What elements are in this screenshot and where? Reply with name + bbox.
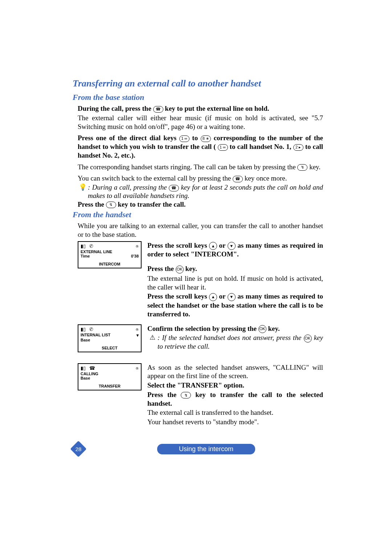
tip-row: 💡 : During a call, pressing the ☎ key fo… <box>78 183 323 200</box>
s1-p2: The external caller will either hear mus… <box>78 114 323 131</box>
two-key-icon: 2 ▸ <box>293 144 303 151</box>
up-key-icon: ▲ <box>209 242 217 250</box>
tip-text: : During a call, pressing the ☎ key for … <box>88 183 323 200</box>
lcd2-softkey: SELECT <box>78 345 141 352</box>
battery-icon: ▮▯ <box>81 327 86 332</box>
page-title: Transferring an external call to another… <box>73 78 323 89</box>
eight-key-icon: 8 ∗ <box>201 135 211 142</box>
handset-icon: ✆ <box>89 327 93 332</box>
footer-chapter-label: Using the intercom <box>157 444 255 454</box>
intercom-key-icon: ☎ <box>233 176 243 182</box>
lcd3-line1: CALLING <box>81 372 98 376</box>
page-number-badge: 28 <box>73 443 84 455</box>
ok-key-icon: OK <box>258 325 266 333</box>
intercom-handset-icon: ☎ <box>89 365 95 371</box>
step3-row: ▮▯ ☎ ⍟ CALLING Base TRANSFER As soon as … <box>78 363 323 427</box>
section-handset-heading: From the handset <box>73 210 323 219</box>
down-key-icon: ▼ <box>228 293 236 301</box>
lcd3-line2: Base <box>78 376 141 383</box>
step2-text: Confirm the selection by pressing the OK… <box>147 324 323 351</box>
hook-key-icon: ↯ <box>181 392 191 398</box>
lcd2-line1: INTERNAL LIST <box>81 333 110 338</box>
section-handset-body: While you are talking to an external cal… <box>73 222 323 427</box>
lcd-screen-3: ▮▯ ☎ ⍟ CALLING Base TRANSFER <box>78 363 142 390</box>
bulb-icon: 💡 <box>78 183 88 191</box>
s1-p4: The corresponding handset starts ringing… <box>78 163 323 171</box>
section-base-heading: From the base station <box>73 93 323 102</box>
lcd1-line1: EXTERNAL LINE <box>81 250 112 254</box>
lcd1-line2-left: Time <box>81 254 90 258</box>
ok-key-icon: OK <box>304 335 312 343</box>
lcd-screen-1: ▮▯ ✆ ⍟ EXTERNAL LINE Time 0'38 INTERCOM <box>78 241 142 268</box>
warning-icon: ⚠ <box>147 334 158 342</box>
lcd1-softkey: INTERCOM <box>78 261 141 268</box>
s1-p1: During the call, press the ☎ key to put … <box>78 104 323 113</box>
s2-intro: While you are talking to an external cal… <box>78 222 323 239</box>
lcd3-softkey: TRANSFER <box>78 383 141 390</box>
hook-key-icon: ↯ <box>106 202 116 208</box>
s1-p3: Press one of the direct dial keys 1 ∞ to… <box>78 134 323 159</box>
antenna-icon: ⍟ <box>136 365 139 371</box>
s1-p5: You can switch back to the external call… <box>78 174 323 183</box>
step3-text: As soon as the selected handset answers,… <box>147 363 323 427</box>
step1-row: ▮▯ ✆ ⍟ EXTERNAL LINE Time 0'38 INTERCOM <box>78 241 323 319</box>
step1-text: Press the scroll keys ▲ or ▼ as many tim… <box>147 241 323 319</box>
down-key-icon: ▼ <box>228 242 236 250</box>
page-content: Transferring an external call to another… <box>73 78 323 427</box>
lcd1-line2-right: 0'38 <box>131 254 139 258</box>
s1-p6: Press the ↯ key to transfer the call. <box>78 200 323 209</box>
antenna-icon: ⍟ <box>136 327 139 332</box>
hook-key-icon: ↯ <box>297 164 307 171</box>
ok-key-icon: OK <box>176 266 184 274</box>
section-base-body: During the call, press the ☎ key to put … <box>73 104 323 208</box>
handset-icon: ✆ <box>89 243 93 249</box>
one-key-icon: 1 ∞ <box>218 144 228 151</box>
up-key-icon: ▲ <box>209 293 217 301</box>
battery-icon: ▮▯ <box>81 243 86 249</box>
step2-row: ▮▯ ✆ ⍟ INTERNAL LIST ▾ Base SELECT Confi… <box>78 324 323 355</box>
lcd2-line2: Base <box>78 338 141 345</box>
intercom-key-icon: ☎ <box>153 106 163 113</box>
page-footer: 28 Using the intercom <box>73 442 323 455</box>
lcd-screen-2: ▮▯ ✆ ⍟ INTERNAL LIST ▾ Base SELECT <box>78 324 142 352</box>
intercom-key-icon: ☎ <box>169 185 179 191</box>
antenna-icon: ⍟ <box>136 243 139 249</box>
battery-icon: ▮▯ <box>81 365 86 371</box>
one-key-icon: 1 ∞ <box>179 135 189 142</box>
